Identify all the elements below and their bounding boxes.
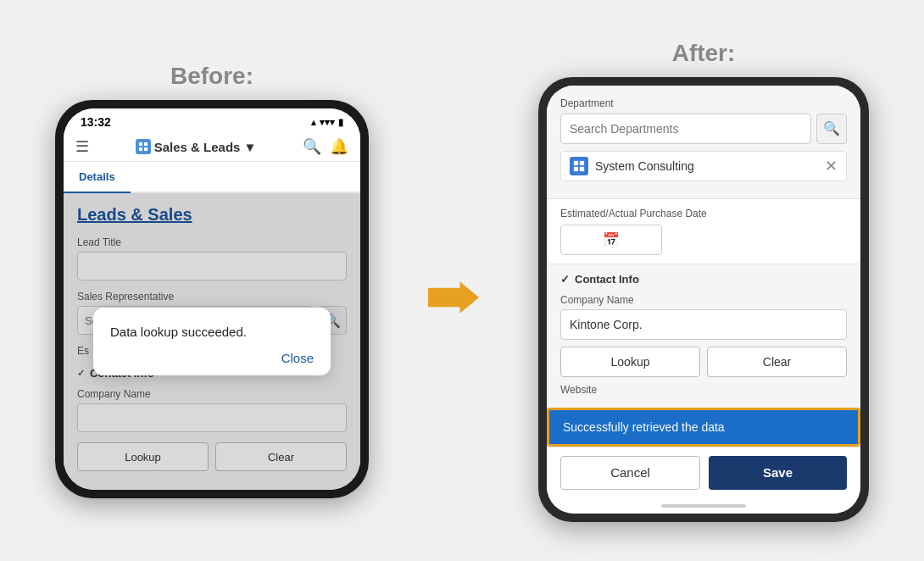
status-time: 13:32: [81, 115, 111, 129]
status-bar: 13:32 ▴ ▾▾▾ ▮: [64, 108, 360, 132]
tab-bar: Details: [64, 162, 360, 193]
dept-search-wrap: 🔍: [560, 114, 847, 144]
date-input-wrap[interactable]: 📅: [560, 225, 662, 255]
hamburger-icon[interactable]: ☰: [75, 137, 89, 156]
after-lookup-button[interactable]: Lookup: [560, 347, 700, 377]
after-column: After: Department 🔍: [538, 40, 869, 522]
svg-rect-0: [139, 142, 142, 146]
cancel-button[interactable]: Cancel: [560, 456, 700, 490]
tab-details[interactable]: Details: [64, 162, 131, 193]
dialog-close-button[interactable]: Close: [281, 351, 314, 365]
department-section: Department 🔍: [547, 86, 860, 198]
dept-search-btn[interactable]: 🔍: [816, 114, 847, 144]
dept-search-input[interactable]: [560, 114, 811, 144]
date-section: Estimated/Actual Purchase Date 📅: [547, 198, 860, 264]
svg-marker-4: [428, 281, 479, 314]
date-label: Estimated/Actual Purchase Date: [560, 208, 847, 219]
before-form: Leads & Sales Lead Title Sales Represent…: [64, 193, 360, 490]
search-icon[interactable]: 🔍: [303, 137, 321, 156]
dialog-box: Data lookup succeeded. Close: [93, 308, 331, 375]
action-bar: Cancel Save: [547, 447, 860, 498]
company-name-input[interactable]: [560, 309, 847, 340]
company-name-label: Company Name: [560, 294, 847, 306]
svg-rect-3: [144, 147, 148, 151]
success-banner: Successfully retrieved the data: [547, 408, 860, 447]
arrow-container: [428, 280, 479, 314]
app-title-text: Sales & Leads: [154, 140, 241, 154]
dropdown-arrow-icon[interactable]: ▼: [243, 140, 256, 154]
page-container: Before: 13:32 ▴ ▾▾▾ ▮ ☰: [0, 0, 924, 561]
dialog-text: Data lookup succeeded.: [110, 325, 314, 339]
success-text: Successfully retrieved the data: [563, 420, 725, 434]
wifi-icon: ▴: [311, 117, 316, 128]
dept-selected-item: System Consulting ✕: [560, 151, 847, 181]
header-actions: 🔍 🔔: [303, 137, 348, 156]
before-column: Before: 13:32 ▴ ▾▾▾ ▮ ☰: [55, 63, 369, 498]
before-phone: 13:32 ▴ ▾▾▾ ▮ ☰ Sales & Leads: [55, 100, 369, 498]
before-label: Before:: [170, 63, 253, 90]
before-screen: 13:32 ▴ ▾▾▾ ▮ ☰ Sales & Leads: [64, 108, 360, 490]
dept-search-icon: 🔍: [823, 120, 840, 136]
after-content: Department 🔍: [547, 86, 860, 514]
after-screen: Department 🔍: [547, 86, 860, 514]
arrow-icon: [428, 280, 479, 314]
contact-section: ✓ Contact Info Company Name Lookup Clear…: [547, 264, 860, 408]
dept-name: System Consulting: [595, 159, 694, 173]
website-label: Website: [560, 384, 847, 396]
after-label: After:: [672, 40, 736, 67]
svg-rect-1: [144, 142, 148, 146]
signal-icon: ▾▾▾: [320, 117, 335, 128]
svg-rect-7: [574, 166, 578, 170]
department-label: Department: [560, 97, 847, 109]
contact-chevron-icon: ✓: [560, 273, 570, 286]
after-btn-row: Lookup Clear: [560, 347, 847, 377]
svg-rect-8: [580, 166, 584, 170]
svg-rect-6: [580, 160, 584, 164]
save-button[interactable]: Save: [709, 456, 847, 490]
calendar-icon: 📅: [603, 231, 620, 247]
status-icons: ▴ ▾▾▾ ▮: [311, 117, 343, 128]
bell-icon[interactable]: 🔔: [330, 137, 348, 156]
after-phone: Department 🔍: [538, 77, 869, 522]
svg-rect-5: [574, 160, 578, 164]
app-title: Sales & Leads ▼: [96, 139, 296, 154]
after-clear-button[interactable]: Clear: [707, 347, 847, 377]
battery-icon: ▮: [338, 117, 343, 128]
home-indicator: [547, 498, 860, 514]
dept-selected-left: System Consulting: [570, 157, 694, 175]
app-header: ☰ Sales & Leads ▼ 🔍 🔔: [64, 132, 360, 162]
dialog-actions: Close: [110, 351, 314, 365]
dept-icon: [570, 157, 588, 175]
contact-section-header: ✓ Contact Info: [560, 273, 847, 286]
dialog-overlay: Data lookup succeeded. Close: [64, 193, 360, 490]
svg-rect-2: [139, 147, 142, 151]
contact-section-label: Contact Info: [575, 273, 639, 286]
home-bar: [661, 504, 746, 508]
app-icon: [136, 139, 151, 154]
dept-close-icon[interactable]: ✕: [825, 157, 838, 175]
